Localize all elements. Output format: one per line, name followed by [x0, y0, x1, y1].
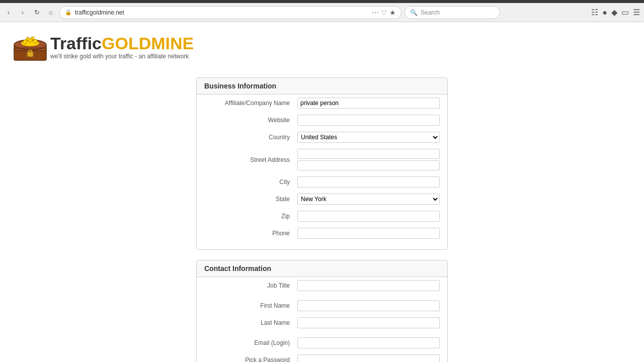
extensions-icon[interactable]: ◆ — [610, 7, 618, 18]
password-input[interactable] — [297, 354, 440, 362]
more-options-icon[interactable]: ⋯ — [372, 9, 379, 17]
svg-point-6 — [33, 39, 37, 43]
svg-rect-9 — [27, 52, 33, 57]
logo-image — [10, 32, 50, 62]
zip-row: Zip — [197, 208, 447, 225]
phone-row: Phone — [197, 225, 447, 242]
country-row: Country United States Canada United King… — [197, 129, 447, 146]
browser-toolbar: ‹ › ↻ ⌂ 🔒 trafficgoldmine.net ⋯ ♡ ★ 🔍 Se… — [0, 3, 644, 22]
svg-rect-10 — [14, 47, 46, 49]
website-label: Website — [204, 117, 292, 124]
star-icon[interactable]: ★ — [389, 9, 396, 17]
search-icon: 🔍 — [410, 9, 418, 16]
state-label: State — [204, 196, 292, 203]
website-row: Website — [197, 112, 447, 129]
job-title-label: Job Title — [204, 282, 292, 289]
first-name-row: First Name — [197, 297, 447, 314]
company-name-label: Affiliate/Company Name — [204, 100, 292, 107]
url-text: trafficgoldmine.net — [75, 9, 369, 16]
website-input[interactable] — [297, 115, 440, 126]
street-address-row: Street Address — [197, 146, 447, 173]
email-input[interactable] — [297, 337, 440, 348]
search-bar[interactable]: 🔍 Search — [405, 6, 500, 19]
city-label: City — [204, 178, 292, 186]
last-name-input[interactable] — [297, 317, 440, 328]
first-name-label: First Name — [204, 302, 292, 309]
split-view-icon[interactable]: ▭ — [620, 7, 630, 18]
svg-point-4 — [23, 40, 27, 44]
phone-label: Phone — [204, 230, 292, 237]
contact-information-section: Contact Information Job Title First Name… — [196, 260, 448, 362]
page-content: TrafficGOLDMINE we'll strike gold with y… — [0, 22, 644, 362]
city-input[interactable] — [297, 176, 440, 188]
email-label: Email (Login) — [204, 339, 292, 346]
state-row: State New York California Texas Florida … — [197, 191, 447, 208]
lock-icon: 🔒 — [65, 9, 72, 16]
logo-goldmine: GOLDMINE — [102, 34, 194, 53]
phone-input[interactable] — [297, 228, 440, 239]
logo-text: TrafficGOLDMINE we'll strike gold with y… — [50, 35, 194, 60]
reload-button[interactable]: ↻ — [31, 7, 42, 18]
search-placeholder: Search — [421, 9, 440, 16]
logo-subtitle: we'll strike gold with your traffic - an… — [50, 53, 194, 60]
business-information-section: Business Information Affiliate/Company N… — [196, 77, 448, 250]
address-bar[interactable]: 🔒 trafficgoldmine.net ⋯ ♡ ★ — [59, 6, 401, 19]
job-title-input[interactable] — [297, 280, 440, 291]
street-address-label: Street Address — [204, 156, 292, 163]
last-name-label: Last Name — [204, 319, 292, 326]
first-name-input[interactable] — [297, 300, 440, 311]
business-section-title: Business Information — [197, 78, 447, 95]
browser-right-controls: ☷ ● ◆ ▭ ☰ — [590, 7, 641, 18]
zip-label: Zip — [204, 213, 292, 220]
job-title-row: Job Title — [197, 277, 447, 294]
bookmark-icon[interactable]: ♡ — [381, 9, 387, 17]
state-select[interactable]: New York California Texas Florida Illino… — [297, 194, 440, 205]
company-name-row: Affiliate/Company Name — [197, 95, 447, 112]
home-button[interactable]: ⌂ — [45, 7, 56, 18]
forward-button[interactable]: › — [17, 7, 28, 18]
back-button[interactable]: ‹ — [3, 7, 14, 18]
svg-point-8 — [31, 37, 34, 40]
profile-icon[interactable]: ● — [601, 7, 608, 18]
zip-input[interactable] — [297, 211, 440, 222]
address-bar-icons: ⋯ ♡ ★ — [372, 9, 396, 17]
email-row: Email (Login) — [197, 334, 447, 351]
contact-section-title: Contact Information — [197, 260, 447, 277]
country-select[interactable]: United States Canada United Kingdom Aust… — [297, 132, 440, 143]
logo-traffic: Traffic — [50, 34, 102, 53]
last-name-row: Last Name — [197, 314, 447, 331]
country-label: Country — [204, 134, 292, 141]
logo-title: TrafficGOLDMINE — [50, 35, 194, 52]
city-row: City — [197, 173, 447, 191]
menu-icon[interactable]: ☰ — [632, 7, 641, 18]
street-address-input-2[interactable] — [297, 160, 440, 170]
library-icon[interactable]: ☷ — [590, 7, 599, 18]
password-row: Pick a Password — [197, 351, 447, 362]
street-address-input-1[interactable] — [297, 149, 440, 159]
password-label: Pick a Password — [204, 356, 292, 362]
company-name-input[interactable] — [297, 98, 440, 109]
svg-point-7 — [26, 37, 29, 40]
site-header: TrafficGOLDMINE we'll strike gold with y… — [0, 27, 644, 67]
